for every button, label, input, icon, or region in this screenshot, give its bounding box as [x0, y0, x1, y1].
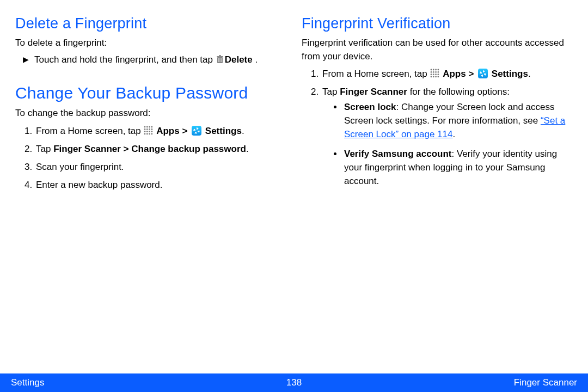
page-footer: Settings 138 Finger Scanner — [0, 373, 588, 392]
svg-point-20 — [149, 133, 151, 134]
option-screen-lock: Screen lock: Change your Screen lock and… — [343, 100, 573, 141]
svg-point-11 — [146, 128, 148, 130]
svg-point-7 — [146, 126, 148, 128]
svg-point-25 — [438, 69, 439, 71]
verify-steps: From a Home screen, tap Apps > Settings.… — [302, 66, 573, 188]
svg-point-24 — [436, 69, 437, 71]
svg-point-35 — [433, 76, 434, 78]
heading-change-backup-password: Change Your Backup Password — [15, 84, 286, 102]
svg-rect-5 — [221, 58, 222, 62]
svg-point-14 — [144, 131, 146, 132]
trash-icon — [216, 55, 224, 64]
svg-point-26 — [431, 71, 432, 73]
svg-point-15 — [146, 131, 148, 132]
option-verify-samsung: Verify Samsung account: Verify your iden… — [343, 147, 573, 188]
step-4: Enter a new backup password. — [35, 177, 286, 193]
svg-point-36 — [436, 76, 437, 78]
svg-point-21 — [151, 133, 153, 134]
manual-page: Delete a Fingerprint To delete a fingerp… — [0, 0, 588, 392]
svg-point-9 — [151, 126, 153, 128]
triangle-bullet-icon: ▶ — [23, 55, 29, 64]
settings-gear-icon — [478, 69, 488, 78]
step-2: Tap Finger Scanner > Change backup passw… — [35, 142, 286, 157]
svg-point-27 — [433, 71, 434, 73]
intro-verify: Fingerprint verification can be used for… — [302, 36, 573, 63]
svg-rect-2 — [219, 55, 221, 56]
apps-grid-icon — [430, 69, 439, 78]
step-3: Scan your fingerprint. — [35, 160, 286, 175]
step-2: Tap Finger Scanner for the following opt… — [321, 84, 573, 188]
intro-delete: To delete a fingerprint: — [15, 36, 286, 50]
svg-point-37 — [438, 76, 439, 78]
svg-point-29 — [438, 71, 439, 73]
delete-instruction-text: Touch and hold the fingerprint, and then… — [34, 53, 258, 67]
svg-point-22 — [431, 69, 432, 71]
svg-point-16 — [149, 131, 151, 132]
intro-change: To change the backup password: — [15, 107, 286, 120]
delete-instruction: ▶ Touch and hold the fingerprint, and th… — [15, 53, 286, 70]
svg-point-17 — [151, 131, 153, 132]
svg-rect-1 — [217, 56, 223, 57]
svg-point-31 — [433, 74, 434, 75]
svg-rect-3 — [218, 58, 219, 62]
right-column: Fingerprint Verification Fingerprint ver… — [302, 15, 573, 195]
apps-grid-icon — [144, 126, 153, 135]
svg-point-13 — [151, 128, 153, 130]
heading-fingerprint-verification: Fingerprint Verification — [302, 15, 573, 32]
svg-point-18 — [144, 133, 146, 134]
footer-section-left: Settings — [11, 377, 44, 388]
heading-delete-fingerprint: Delete a Fingerprint — [15, 15, 286, 32]
step-1: From a Home screen, tap Apps > Settings. — [35, 124, 286, 139]
svg-point-8 — [149, 126, 151, 128]
svg-point-10 — [144, 128, 146, 130]
step-1: From a Home screen, tap Apps > Settings. — [321, 66, 573, 82]
change-password-steps: From a Home screen, tap Apps > Settings.… — [15, 124, 286, 193]
svg-point-30 — [431, 74, 432, 75]
left-column: Delete a Fingerprint To delete a fingerp… — [15, 15, 286, 195]
svg-point-28 — [436, 71, 437, 73]
two-column-layout: Delete a Fingerprint To delete a fingerp… — [0, 0, 588, 195]
footer-section-right: Finger Scanner — [514, 377, 577, 388]
footer-page-number: 138 — [286, 377, 302, 388]
svg-point-12 — [149, 128, 151, 130]
svg-point-23 — [433, 69, 434, 71]
svg-point-19 — [146, 133, 148, 134]
svg-point-34 — [431, 76, 432, 78]
settings-gear-icon — [192, 126, 201, 136]
svg-point-32 — [436, 74, 437, 75]
svg-point-6 — [144, 126, 146, 128]
svg-rect-4 — [219, 58, 220, 62]
finger-scanner-options: Screen lock: Change your Screen lock and… — [322, 100, 573, 188]
svg-point-33 — [438, 74, 439, 75]
